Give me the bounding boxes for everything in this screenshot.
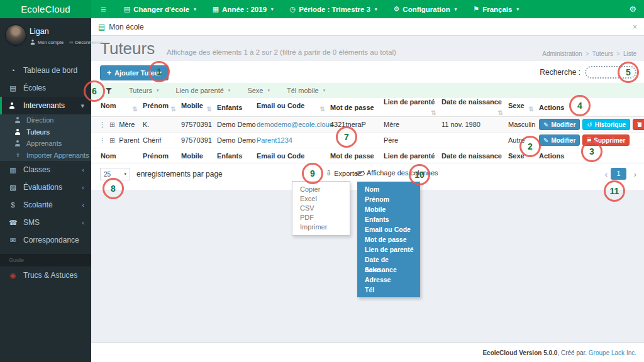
cell-sexe: Masculin — [508, 117, 539, 133]
column-option-lien[interactable]: Lien de parenté — [357, 244, 420, 255]
pencil-icon: ✎ — [543, 137, 548, 144]
export-button[interactable]: ⇩ Exporter — [326, 169, 360, 177]
export-option-csv[interactable]: CSV — [292, 204, 350, 213]
user-icon — [14, 117, 21, 123]
column-option-enfants[interactable]: Enfants — [357, 214, 420, 224]
row-expand-icon[interactable]: ⊞ — [109, 136, 115, 145]
pagination-prev[interactable]: ‹ — [605, 170, 608, 179]
nav-change-school[interactable]: ▤ Changer d'école ▾ — [116, 0, 204, 18]
col-header-nom[interactable]: Nom⇅ — [91, 98, 143, 117]
page-size-select[interactable]: 25 ▾ — [100, 168, 130, 180]
filter-tel-mobile[interactable]: Tél mobile ▾ — [287, 87, 325, 94]
pagination-page-1[interactable]: 1 — [611, 168, 626, 180]
col-header-lien[interactable]: Lien de parenté⇅ — [384, 98, 441, 117]
filter-label: Tuteurs — [129, 87, 152, 94]
sidebar-item-apprenants[interactable]: Apprenants — [0, 138, 91, 150]
sidebar-item-direction[interactable]: Direction — [0, 114, 91, 126]
cell-mobile: 97570391 — [181, 133, 217, 148]
column-option-tel[interactable]: Tél — [357, 285, 420, 295]
page-size-value: 25 — [104, 171, 111, 178]
history-button[interactable]: ↺Historique — [582, 119, 630, 130]
column-option-mot-de-passe[interactable]: Mot de passe — [357, 234, 420, 244]
my-account-link[interactable]: Mon compte — [30, 39, 64, 45]
brand-logo[interactable]: EcoleCloud — [0, 0, 91, 18]
search-input[interactable] — [585, 66, 636, 79]
export-option-pdf[interactable]: PDF — [292, 213, 350, 222]
tutors-table-wrap: Nom⇅ Prénom⇅ Mobile⇅ Enfants Email ou Co… — [91, 98, 644, 163]
sidebar-item-ecoles[interactable]: ▤ Écoles — [0, 79, 91, 97]
classes-icon: ▥ — [9, 166, 17, 174]
row-expand-icon[interactable]: ⊞ — [109, 121, 115, 129]
cell-mot-de-passe: 4321tneraP — [330, 117, 384, 133]
page-subtitle: Affichage des éléments 1 à 2 sur 2 (filt… — [167, 48, 396, 56]
export-option-imprimer[interactable]: Imprimer — [292, 222, 350, 232]
sidebar-item-tableau-de-bord[interactable]: ◔ Tableau de bord — [0, 62, 91, 79]
sidebar-item-evaluations[interactable]: ▨ Évaluations ‹ — [0, 178, 91, 196]
column-option-prenom[interactable]: Prénom — [357, 194, 420, 204]
column-option-email[interactable]: Email ou Code — [357, 224, 420, 234]
col-header-prenom[interactable]: Prénom⇅ — [143, 98, 181, 117]
logout-link[interactable]: ⇨ Déconnexion — [69, 40, 103, 45]
nav-language[interactable]: ⚑ Français ▾ — [465, 0, 527, 18]
column-option-naissance[interactable]: Date de naissance — [357, 255, 420, 265]
chevron-down-icon: ▾ — [80, 102, 84, 110]
nav-configuration[interactable]: ⚙ Configuration ▾ — [385, 0, 465, 18]
cell-lien: Père — [384, 133, 441, 148]
delete-button[interactable]: Supprimer — [633, 119, 644, 130]
pagination-next[interactable]: › — [634, 170, 636, 179]
email-link[interactable]: demodemo@ecole.cloud — [257, 121, 333, 128]
column-visibility-button[interactable]: Affichage des colonnes — [356, 169, 438, 177]
close-icon[interactable]: × — [633, 23, 637, 31]
col-header-email[interactable]: Email ou Code⇅ — [257, 98, 330, 117]
col-header-naissance[interactable]: Date de naissance⇅ — [441, 98, 508, 117]
user-icon — [14, 140, 21, 146]
col-header-sexe[interactable]: Sexe⇅ — [508, 98, 539, 117]
filter-sexe[interactable]: Sexe ▾ — [247, 87, 270, 94]
sidebar-item-correspondance[interactable]: ✉ Correspondance — [0, 231, 91, 249]
sidebar-item-label: Évaluations — [23, 183, 62, 192]
column-option-adresse[interactable]: Adresse — [357, 275, 420, 285]
school-icon: ▤ — [124, 5, 130, 13]
row-menu-icon[interactable]: ⋮ — [99, 136, 106, 145]
sidebar-item-sms[interactable]: ☎ SMS ‹ — [0, 214, 91, 231]
edit-button[interactable]: ✎Modifier — [539, 134, 580, 146]
col-header-mot-de-passe[interactable]: Mot de passe — [330, 98, 384, 117]
breadcrumb-administration[interactable]: Administration — [542, 50, 582, 57]
footer-link[interactable]: Groupe Lack Inc. — [589, 349, 636, 356]
export-option-excel[interactable]: Excel — [292, 194, 350, 204]
cell-prenom: K. — [143, 117, 181, 133]
sidebar-menu: ◔ Tableau de bord ▤ Écoles Intervenants … — [0, 60, 91, 284]
code-link[interactable]: Parent1234 — [257, 136, 292, 144]
sidebar-item-classes[interactable]: ▥ Classes ‹ — [0, 161, 91, 178]
cogs-icon[interactable]: ⚙ — [629, 0, 636, 18]
navbar-menu: ≡ ▤ Changer d'école ▾ ▦ Année : 2019 ▾ ◷… — [91, 0, 527, 18]
sidebar-item-importer-apprenants[interactable]: ⇧ Importer Apprenants — [0, 150, 91, 162]
sidebar-item-scolarite[interactable]: $ Scolarité ‹ — [0, 196, 91, 214]
filter-lien-de-parente[interactable]: Lien de parenté ▾ — [175, 87, 230, 94]
col-header-mobile[interactable]: Mobile⇅ — [181, 98, 217, 117]
column-option-nom[interactable]: Nom — [357, 184, 420, 194]
nav-period[interactable]: ◷ Période : Trimestre 3 ▾ — [282, 0, 386, 18]
breadcrumb-tuteurs[interactable]: Tuteurs — [592, 50, 614, 57]
row-menu-icon[interactable]: ⋮ — [99, 121, 106, 129]
tab-mon-ecole[interactable]: Mon école — [109, 23, 143, 31]
nav-year[interactable]: ▦ Année : 2019 ▾ — [204, 0, 282, 18]
caret-down-icon: ▾ — [267, 88, 270, 93]
dot-circle-icon: ◉ — [9, 272, 17, 280]
breadcrumb-liste[interactable]: Liste — [623, 50, 636, 57]
column-option-mobile[interactable]: Mobile — [357, 204, 420, 214]
add-tutor-button[interactable]: + Ajouter Tuteur — [100, 65, 169, 80]
sidebar-toggle-icon[interactable]: ≡ — [91, 4, 116, 14]
sidebar-item-tuteurs[interactable]: Tuteurs — [0, 126, 91, 138]
delete-button[interactable]: Supprimer — [582, 134, 630, 146]
export-option-copier[interactable]: Copier — [292, 185, 350, 194]
chevron-left-icon: ‹ — [82, 201, 84, 209]
sidebar-item-trucs-astuces[interactable]: ◉ Trucs & Astuces — [0, 266, 91, 284]
filter-tuteurs[interactable]: Tuteurs ▾ — [129, 87, 158, 94]
main-footer: EcoleCloud Version 5.0.0 , Créé par. Gro… — [91, 343, 644, 362]
col-header-enfants[interactable]: Enfants — [217, 98, 257, 117]
cell-nom: Parent — [119, 136, 139, 144]
download-icon: ⇩ — [326, 169, 331, 177]
sidebar-item-intervenants[interactable]: Intervenants ▾ — [0, 97, 91, 114]
edit-button[interactable]: ✎Modifier — [539, 119, 580, 130]
